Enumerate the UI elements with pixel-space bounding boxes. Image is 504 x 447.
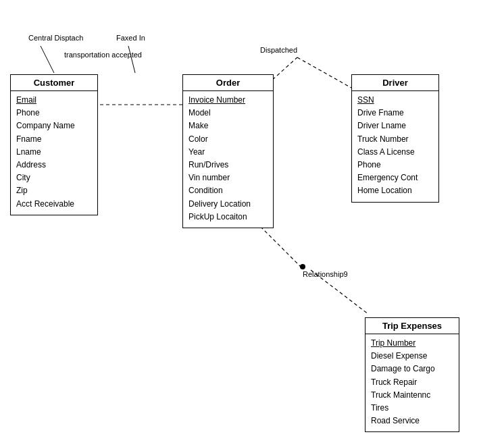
trip-field-truck-repair: Truck Repair — [371, 376, 453, 389]
svg-line-2 — [128, 46, 135, 73]
customer-field-email: Email — [16, 94, 92, 107]
customer-field-city: City — [16, 172, 92, 184]
entity-trip-expenses-body: Trip Number Diesel Expense Damage to Car… — [366, 334, 459, 431]
order-field-vin: Vin number — [188, 172, 268, 184]
svg-point-7 — [300, 264, 305, 269]
customer-field-zip: Zip — [16, 184, 92, 197]
customer-field-phone: Phone — [16, 107, 92, 120]
customer-field-company: Company Name — [16, 120, 92, 132]
customer-field-acct: Acct Receivable — [16, 198, 92, 211]
svg-line-1 — [41, 46, 54, 73]
label-faxed-in: Faxed In — [116, 34, 145, 42]
entity-customer-body: Email Phone Company Name Fname Lname Add… — [11, 91, 97, 215]
trip-field-damage: Damage to Cargo — [371, 363, 453, 375]
driver-field-driver-lname: Driver Lname — [357, 120, 433, 132]
entity-driver-body: SSN Drive Fname Driver Lname Truck Numbe… — [352, 91, 438, 202]
driver-field-drive-fname: Drive Fname — [357, 107, 433, 120]
order-field-color: Color — [188, 133, 268, 146]
diagram-container: Central Disptach Faxed In transportation… — [0, 0, 504, 447]
driver-field-emergency: Emergency Cont — [357, 172, 433, 184]
order-field-delivery: Delivery Location — [188, 198, 268, 211]
driver-field-phone: Phone — [357, 159, 433, 172]
order-field-rundrives: Run/Drives — [188, 159, 268, 172]
entity-trip-expenses-header: Trip Expenses — [366, 318, 459, 334]
entity-order-body: Invoice Number Model Make Color Year Run… — [183, 91, 273, 228]
driver-field-truck-number: Truck Number — [357, 133, 433, 146]
label-transportation-accepted: transportation accepted — [64, 51, 142, 59]
entity-driver-header: Driver — [352, 75, 438, 91]
trip-field-maintenance: Truck Maintennc — [371, 389, 453, 402]
trip-field-diesel: Diesel Expense — [371, 350, 453, 363]
customer-field-lname: Lname — [16, 146, 92, 159]
driver-field-home-location: Home Location — [357, 184, 433, 197]
label-relationship9: Relationship9 — [303, 270, 348, 278]
trip-field-road-service: Road Service — [371, 415, 453, 427]
trip-field-number: Trip Number — [371, 337, 453, 350]
entity-customer: Customer Email Phone Company Name Fname … — [10, 74, 98, 215]
customer-field-fname: Fname — [16, 133, 92, 146]
label-dispatched: Dispatched — [260, 46, 297, 54]
svg-line-4 — [297, 57, 351, 88]
customer-field-address: Address — [16, 159, 92, 172]
order-field-model: Model — [188, 107, 268, 120]
order-field-year: Year — [188, 146, 268, 159]
order-field-invoice: Invoice Number — [188, 94, 268, 107]
entity-order: Order Invoice Number Model Make Color Ye… — [182, 74, 274, 228]
order-field-make: Make — [188, 120, 268, 132]
entity-trip-expenses: Trip Expenses Trip Number Diesel Expense… — [365, 317, 459, 432]
order-field-condition: Condition — [188, 184, 268, 197]
label-central-dispatch: Central Disptach — [28, 34, 83, 42]
order-field-pickup: PickUp Locaiton — [188, 211, 268, 224]
entity-customer-header: Customer — [11, 75, 97, 91]
driver-field-class-a: Class A License — [357, 146, 433, 159]
entity-driver: Driver SSN Drive Fname Driver Lname Truc… — [351, 74, 439, 203]
entity-order-header: Order — [183, 75, 273, 91]
trip-field-tires: Tires — [371, 402, 453, 415]
driver-field-ssn: SSN — [357, 94, 433, 107]
